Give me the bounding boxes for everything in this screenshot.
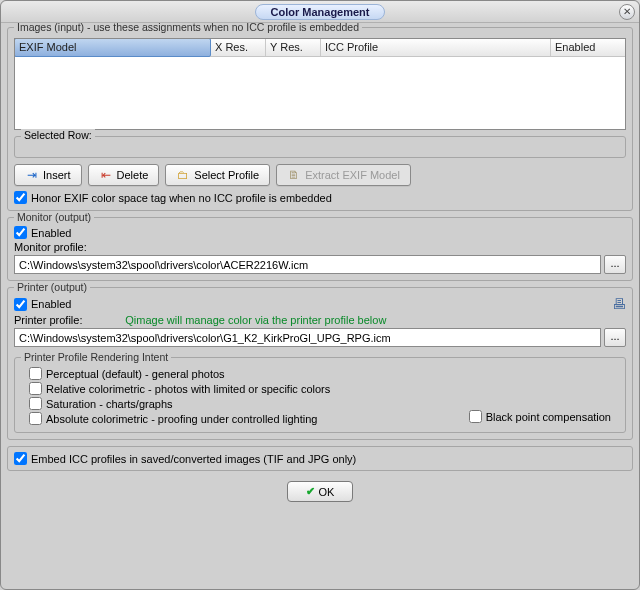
black-point-comp-label: Black point compensation — [486, 411, 611, 423]
delete-icon: ⇤ — [99, 168, 113, 182]
intent-saturation-checkbox[interactable] — [29, 397, 42, 410]
select-profile-button-label: Select Profile — [194, 169, 259, 181]
column-icc-profile[interactable]: ICC Profile — [321, 39, 551, 56]
column-x-res[interactable]: X Res. — [211, 39, 266, 56]
printer-group-legend: Printer (output) — [14, 281, 90, 293]
checkmark-icon: ✔ — [306, 485, 315, 498]
black-point-comp-checkbox[interactable] — [469, 410, 482, 423]
extract-exif-button-label: Extract EXIF Model — [305, 169, 400, 181]
printer-profile-input[interactable] — [14, 328, 601, 347]
rendering-intent-group: Printer Profile Rendering Intent Percept… — [14, 357, 626, 433]
insert-button[interactable]: ⇥ Insert — [14, 164, 82, 186]
column-enabled[interactable]: Enabled — [551, 39, 625, 56]
intent-saturation-label: Saturation - charts/graphs — [46, 398, 173, 410]
monitor-enabled-label: Enabled — [31, 227, 71, 239]
titlebar: Color Management ✕ — [1, 1, 639, 23]
printer-hint-text: Qimage will manage color via the printer… — [125, 314, 386, 326]
close-icon: ✕ — [623, 6, 631, 17]
extract-exif-button: 🗎 Extract EXIF Model — [276, 164, 411, 186]
intent-perceptual-checkbox[interactable] — [29, 367, 42, 380]
printer-profile-label: Printer profile: — [14, 314, 82, 326]
insert-button-label: Insert — [43, 169, 71, 181]
monitor-group-legend: Monitor (output) — [14, 211, 94, 223]
folder-icon: 🗀 — [176, 168, 190, 182]
printer-browse-button[interactable]: ... — [604, 328, 626, 347]
intent-absolute-label: Absolute colorimetric - proofing under c… — [46, 413, 317, 425]
intent-legend: Printer Profile Rendering Intent — [21, 351, 171, 363]
images-input-group: Images (input) - use these assignments w… — [7, 27, 633, 211]
honor-exif-label: Honor EXIF color space tag when no ICC p… — [31, 192, 332, 204]
monitor-enabled-checkbox[interactable] — [14, 226, 27, 239]
monitor-browse-button[interactable]: ... — [604, 255, 626, 274]
images-group-legend: Images (input) - use these assignments w… — [14, 23, 362, 33]
printer-profile-line: Printer profile: Qimage will manage colo… — [14, 314, 626, 326]
intent-relative-label: Relative colorimetric - photos with limi… — [46, 383, 330, 395]
select-profile-button[interactable]: 🗀 Select Profile — [165, 164, 270, 186]
intent-absolute-checkbox[interactable] — [29, 412, 42, 425]
ok-button-label: OK — [319, 486, 335, 498]
monitor-profile-label: Monitor profile: — [14, 241, 626, 253]
printer-output-group: Printer (output) Enabled 🖶 Printer profi… — [7, 287, 633, 440]
embed-icc-group: Embed ICC profiles in saved/converted im… — [7, 446, 633, 471]
intent-perceptual-label: Perceptual (default) - general photos — [46, 368, 225, 380]
color-management-dialog: Color Management ✕ Images (input) - use … — [0, 0, 640, 590]
honor-exif-checkbox[interactable] — [14, 191, 27, 204]
printer-icon[interactable]: 🖶 — [612, 296, 626, 312]
window-title: Color Management — [255, 4, 384, 20]
extract-icon: 🗎 — [287, 168, 301, 182]
embed-icc-label: Embed ICC profiles in saved/converted im… — [31, 453, 356, 465]
selected-row-box: Selected Row: — [14, 136, 626, 158]
delete-button-label: Delete — [117, 169, 149, 181]
table-header-row: EXIF Model X Res. Y Res. ICC Profile Ena… — [15, 39, 625, 57]
column-exif-model[interactable]: EXIF Model — [14, 38, 211, 57]
printer-enabled-checkbox[interactable] — [14, 298, 27, 311]
monitor-profile-input[interactable] — [14, 255, 601, 274]
delete-button[interactable]: ⇤ Delete — [88, 164, 160, 186]
monitor-output-group: Monitor (output) Enabled Monitor profile… — [7, 217, 633, 281]
profile-assignments-table[interactable]: EXIF Model X Res. Y Res. ICC Profile Ena… — [14, 38, 626, 130]
close-button[interactable]: ✕ — [619, 4, 635, 20]
column-y-res[interactable]: Y Res. — [266, 39, 321, 56]
insert-icon: ⇥ — [25, 168, 39, 182]
printer-enabled-label: Enabled — [31, 298, 71, 310]
embed-icc-checkbox[interactable] — [14, 452, 27, 465]
selected-row-legend: Selected Row: — [21, 129, 95, 141]
ok-button[interactable]: ✔ OK — [287, 481, 354, 502]
intent-relative-checkbox[interactable] — [29, 382, 42, 395]
